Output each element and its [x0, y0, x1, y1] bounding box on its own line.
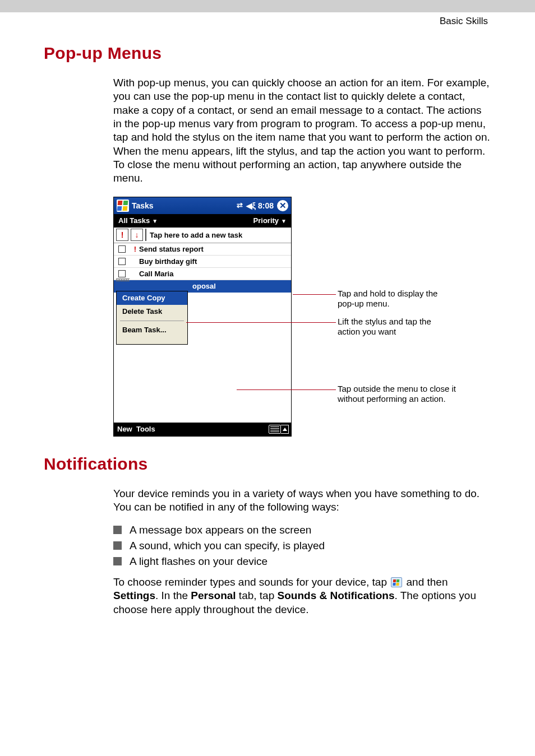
- start-icon[interactable]: [117, 200, 129, 212]
- filter-sort[interactable]: Priority▼: [253, 216, 287, 225]
- device-screenshot: Tasks ⇄ ◀ξ 8:08 ✕ All Tasks▼ Priority▼ !…: [113, 197, 292, 437]
- menu-new[interactable]: New: [117, 425, 132, 433]
- clock[interactable]: 8:08: [258, 201, 274, 210]
- section-header: Basic Skills: [0, 12, 535, 27]
- filter-category-label: All Tasks: [118, 216, 150, 225]
- callout-text-1: Tap and hold to display the pop-up menu.: [338, 289, 450, 310]
- filter-category[interactable]: All Tasks▼: [118, 216, 158, 225]
- priority-button[interactable]: !: [116, 229, 128, 241]
- list-item: A sound, which you can specify, is playe…: [113, 540, 491, 552]
- device-bottom-bar: New Tools: [114, 423, 291, 436]
- task-row[interactable]: Buy birthday gift: [114, 256, 291, 268]
- bullet-icon: [113, 557, 122, 565]
- heading-popup-menus: Pop-up Menus: [44, 44, 491, 63]
- app-title: Tasks: [132, 201, 237, 210]
- context-menu: Create Copy Delete Task Beam Task...: [116, 291, 188, 345]
- paragraph-notif-intro: Your device reminds you in a variety of …: [113, 487, 491, 514]
- task-label: Call Maria: [139, 270, 173, 278]
- filter-bar: All Tasks▼ Priority▼: [114, 214, 291, 228]
- text-bold: Settings: [113, 590, 155, 601]
- notification-bullet-list: A message box appears on the screen A so…: [113, 524, 491, 568]
- sort-button[interactable]: ↓: [131, 229, 143, 241]
- task-label: Send status report: [139, 245, 204, 253]
- checkbox[interactable]: [118, 270, 126, 277]
- text-fragment: and then: [403, 576, 448, 588]
- menu-tools[interactable]: Tools: [136, 425, 155, 433]
- context-menu-item-delete-task[interactable]: Delete Task: [117, 305, 187, 318]
- speaker-icon[interactable]: ◀ξ: [246, 201, 256, 210]
- bullet-text: A light flashes on your device: [130, 555, 268, 568]
- bullet-icon: [113, 541, 122, 550]
- callout-line: [293, 294, 336, 295]
- divider: [145, 229, 146, 241]
- text-fragment: tab, tap: [236, 590, 278, 601]
- task-label: Buy birthday gift: [139, 257, 197, 266]
- connectivity-icon[interactable]: ⇄: [237, 201, 243, 210]
- drag-handle-icon: [116, 279, 130, 281]
- context-menu-item-beam-task[interactable]: Beam Task...: [117, 323, 187, 337]
- callout-line: [186, 322, 336, 323]
- list-item: A light flashes on your device: [113, 555, 491, 568]
- figure-popup-menu: Tasks ⇄ ◀ξ 8:08 ✕ All Tasks▼ Priority▼ !…: [113, 197, 491, 438]
- task-row[interactable]: Call Maria: [114, 268, 291, 280]
- priority-icon: [132, 257, 138, 266]
- text-fragment: To choose reminder types and sounds for …: [113, 576, 390, 588]
- page-top-band: [0, 0, 535, 12]
- chevron-down-icon: ▼: [281, 218, 287, 224]
- bullet-text: A sound, which you can specify, is playe…: [130, 540, 325, 552]
- bullet-text: A message box appears on the screen: [130, 524, 311, 536]
- add-task-row[interactable]: ! ↓ Tap here to add a new task: [114, 228, 291, 243]
- menu-separator: [120, 321, 184, 321]
- text-fragment: . In the: [155, 590, 191, 601]
- chevron-down-icon: ▼: [152, 218, 158, 224]
- input-panel-arrow-icon[interactable]: [281, 425, 289, 434]
- heading-notifications: Notifications: [44, 454, 491, 474]
- selected-task-fragment: oposal: [192, 282, 216, 290]
- callout-text-2: Lift the stylus and tap the action you w…: [338, 317, 455, 338]
- close-icon[interactable]: ✕: [277, 200, 288, 211]
- device-titlebar: Tasks ⇄ ◀ξ 8:08 ✕: [114, 197, 291, 214]
- context-menu-item-create-copy[interactable]: Create Copy: [117, 291, 187, 305]
- paragraph-notif-tail: To choose reminder types and sounds for …: [113, 576, 491, 616]
- filter-sort-label: Priority: [253, 216, 279, 225]
- keyboard-icon[interactable]: [269, 425, 281, 434]
- add-task-placeholder: Tap here to add a new task: [150, 231, 242, 239]
- checkbox[interactable]: [118, 245, 126, 253]
- empty-area[interactable]: [114, 345, 291, 420]
- callout-text-3: Tap outside the menu to close it without…: [338, 384, 467, 405]
- start-icon: [391, 577, 402, 587]
- priority-icon: [132, 270, 138, 278]
- task-row[interactable]: ! Send status report: [114, 243, 291, 256]
- text-bold: Sounds & Notifications: [278, 590, 395, 601]
- checkbox[interactable]: [118, 258, 126, 265]
- callout-line: [237, 389, 336, 390]
- priority-icon: !: [132, 245, 138, 253]
- bullet-icon: [113, 526, 122, 534]
- text-bold: Personal: [191, 590, 236, 601]
- list-item: A message box appears on the screen: [113, 524, 491, 536]
- paragraph-popup: With pop-up menus, you can quickly choos…: [113, 76, 491, 185]
